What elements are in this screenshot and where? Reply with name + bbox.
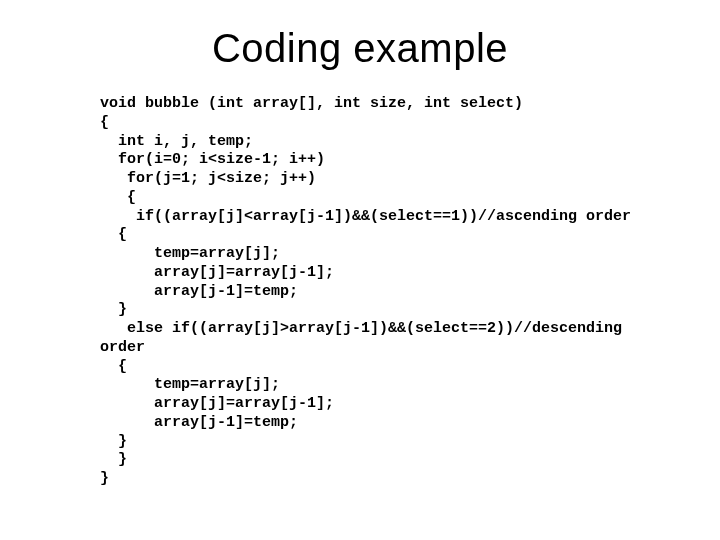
slide: Coding example void bubble (int array[],… <box>0 0 720 540</box>
slide-title: Coding example <box>40 26 680 71</box>
code-block: void bubble (int array[], int size, int … <box>100 95 680 489</box>
